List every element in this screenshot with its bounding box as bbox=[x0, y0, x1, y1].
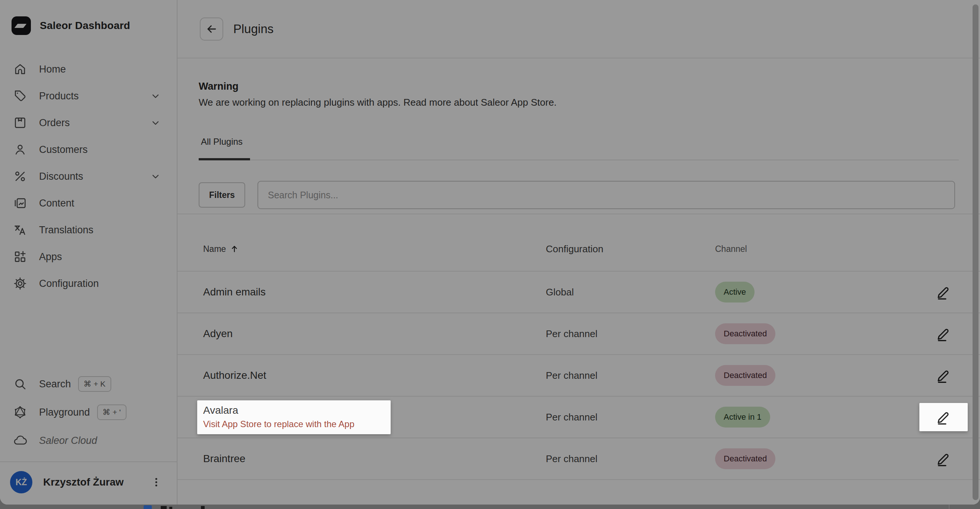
table-row-braintree[interactable]: Braintree Per channel Deactivated bbox=[177, 438, 980, 480]
shortcut-badge: ⌘ + K bbox=[78, 376, 111, 392]
search-input[interactable] bbox=[258, 181, 955, 209]
sidebar-item-saleor-cloud[interactable]: Saleor Cloud bbox=[0, 426, 177, 455]
table-row-authorize-net[interactable]: Authorize.Net Per channel Deactivated bbox=[177, 355, 980, 397]
scrollbar-thumb[interactable] bbox=[972, 5, 978, 500]
table-row-adyen[interactable]: Adyen Per channel Deactivated bbox=[177, 313, 980, 355]
chevron-down-icon bbox=[150, 171, 161, 181]
sidebar-item-label: Configuration bbox=[39, 278, 99, 289]
percent-icon bbox=[13, 169, 27, 184]
apps-icon bbox=[13, 249, 27, 264]
graphql-icon bbox=[13, 405, 27, 420]
gear-icon bbox=[13, 276, 27, 291]
pencil-icon bbox=[935, 450, 952, 467]
pencil-icon bbox=[935, 284, 952, 300]
plugin-name: Authorize.Net bbox=[203, 369, 266, 381]
warning-title: Warning bbox=[199, 81, 959, 92]
tab-bar: All Plugins bbox=[199, 137, 959, 161]
app-window: Saleor Dashboard Home Products bbox=[0, 0, 980, 504]
sort-ascending-icon bbox=[229, 244, 239, 254]
sidebar-item-products[interactable]: Products bbox=[0, 83, 177, 110]
chevron-down-icon bbox=[150, 118, 161, 128]
sidebar-item-label: Customers bbox=[39, 144, 88, 156]
sidebar-item-apps[interactable]: Apps bbox=[0, 243, 177, 270]
warning-notice: Warning We are working on replacing plug… bbox=[199, 81, 959, 108]
edit-plugin-button-highlighted[interactable] bbox=[920, 403, 968, 431]
sidebar-item-content[interactable]: Content bbox=[0, 190, 177, 216]
sidebar-item-discounts[interactable]: Discounts bbox=[0, 163, 177, 190]
back-button[interactable] bbox=[200, 17, 223, 41]
table-row-admin-emails[interactable]: Admin emails Global Active bbox=[177, 272, 980, 313]
status-badge: Deactivated bbox=[715, 365, 775, 386]
plugin-configuration: Global bbox=[546, 286, 715, 298]
page-header: Plugins bbox=[177, 0, 980, 59]
sidebar-item-search[interactable]: Search ⌘ + K bbox=[0, 370, 177, 398]
saleor-logo-icon bbox=[11, 16, 31, 35]
brand: Saleor Dashboard bbox=[0, 0, 177, 35]
user-menu[interactable]: KŻ Krzysztof Żuraw bbox=[0, 462, 177, 504]
filters-button[interactable]: Filters bbox=[199, 182, 245, 208]
status-badge: Active in 1 bbox=[715, 407, 770, 428]
tab-all-plugins[interactable]: All Plugins bbox=[199, 137, 250, 161]
sidebar-item-label: Translations bbox=[39, 224, 93, 236]
translate-icon bbox=[13, 223, 27, 237]
sidebar-item-label: Orders bbox=[39, 117, 70, 129]
pencil-icon bbox=[935, 409, 952, 425]
pencil-icon bbox=[935, 326, 952, 342]
toolbar: Filters bbox=[199, 181, 955, 209]
edit-plugin-button[interactable] bbox=[920, 445, 968, 473]
plugin-name: Adyen bbox=[203, 328, 232, 339]
edit-plugin-button[interactable] bbox=[920, 278, 968, 306]
edit-plugin-button[interactable] bbox=[920, 320, 968, 348]
person-icon bbox=[13, 142, 27, 157]
background-page-strip bbox=[0, 504, 980, 509]
plugin-name: Braintree bbox=[203, 453, 245, 464]
sidebar-item-label: Discounts bbox=[39, 171, 83, 182]
sidebar-item-label: Products bbox=[39, 91, 79, 102]
column-header-configuration[interactable]: Configuration bbox=[546, 243, 715, 255]
table-row-avalara[interactable]: Avalara Visit App Store to replace with … bbox=[177, 397, 980, 438]
column-header-channel[interactable]: Channel bbox=[715, 244, 917, 254]
background-text-fragment bbox=[169, 507, 172, 509]
home-icon bbox=[13, 62, 27, 76]
sidebar-item-configuration[interactable]: Configuration bbox=[0, 270, 177, 297]
column-header-name[interactable]: Name bbox=[177, 244, 546, 254]
search-icon bbox=[13, 377, 27, 391]
sidebar-item-customers[interactable]: Customers bbox=[0, 136, 177, 163]
edit-plugin-button[interactable] bbox=[920, 361, 968, 390]
app-store-replace-link[interactable]: Visit App Store to replace with the App bbox=[203, 419, 391, 429]
sidebar-item-translations[interactable]: Translations bbox=[0, 216, 177, 243]
sidebar: Saleor Dashboard Home Products bbox=[0, 0, 177, 504]
status-badge: Active bbox=[715, 282, 754, 302]
user-name: Krzysztof Żuraw bbox=[43, 476, 124, 488]
plugin-configuration: Per channel bbox=[546, 370, 715, 382]
pages-icon bbox=[13, 196, 27, 211]
plugins-table: Name Configuration Channel Admin emails … bbox=[177, 213, 980, 480]
sidebar-item-playground[interactable]: Playground ⌘ + ' bbox=[0, 398, 177, 426]
sidebar-item-label: Saleor Cloud bbox=[39, 435, 97, 447]
cloud-icon bbox=[13, 433, 27, 448]
chevron-down-icon bbox=[150, 91, 161, 101]
brand-name: Saleor Dashboard bbox=[40, 20, 130, 32]
sidebar-item-label: Content bbox=[39, 197, 75, 209]
background-text-fragment bbox=[201, 506, 205, 509]
plugin-configuration: Per channel bbox=[546, 412, 715, 423]
plugin-name: Admin emails bbox=[203, 286, 266, 297]
sidebar-item-orders[interactable]: Orders bbox=[0, 110, 177, 136]
sidebar-item-home[interactable]: Home bbox=[0, 56, 177, 83]
tag-icon bbox=[13, 89, 27, 103]
sidebar-spacer bbox=[0, 297, 177, 370]
status-badge: Deactivated bbox=[715, 323, 775, 344]
avatar: KŻ bbox=[10, 471, 32, 493]
background-divider bbox=[949, 504, 950, 509]
kebab-menu-icon[interactable] bbox=[151, 477, 162, 488]
background-blue-glyph bbox=[144, 505, 152, 509]
plugin-configuration: Per channel bbox=[546, 328, 715, 340]
sidebar-item-label: Playground bbox=[39, 407, 90, 418]
table-header: Name Configuration Channel bbox=[177, 214, 980, 272]
shortcut-badge: ⌘ + ' bbox=[97, 404, 127, 420]
status-badge: Deactivated bbox=[715, 449, 775, 469]
sidebar-item-label: Search bbox=[39, 379, 71, 390]
page-title: Plugins bbox=[233, 22, 274, 36]
warning-body: We are working on replacing plugins with… bbox=[199, 97, 959, 108]
arrow-left-icon bbox=[205, 23, 218, 35]
